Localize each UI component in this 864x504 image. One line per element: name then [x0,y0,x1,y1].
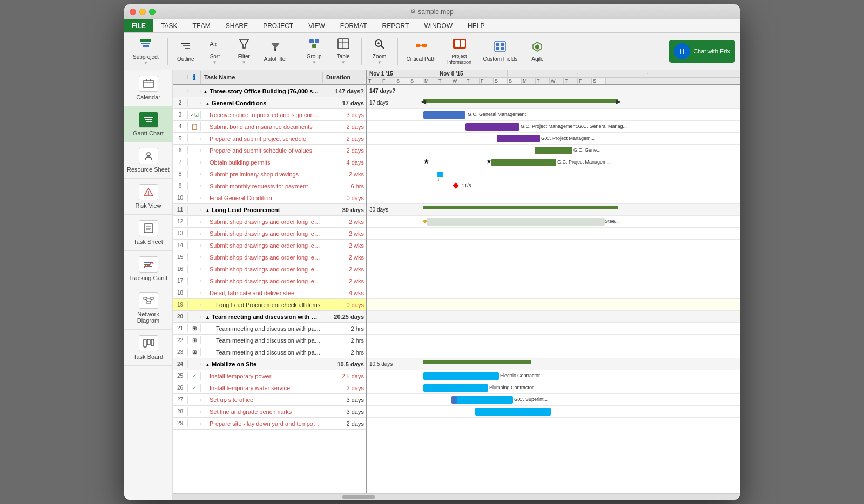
table-row[interactable]: 7 Obtain building permits 4 days [173,156,366,168]
gantt-row: Electric Contractor [367,370,740,382]
table-row[interactable]: 16 Submit shop drawings and order long l… [173,263,366,275]
minimize-button[interactable] [139,9,146,15]
table-row[interactable]: 26 ✓ Install temporary water service 2 d… [173,382,366,394]
sidebar-item-network-diagram[interactable]: Network Diagram [124,287,172,330]
svg-rect-0 [140,39,151,42]
sidebar-item-resource-sheet[interactable]: Resource Sheet [124,142,172,179]
gantt-row: G.C. General Management [367,109,740,121]
toolbar-group[interactable]: Group ▼ [301,36,328,67]
gantt-label: Gantt Chart [133,130,164,137]
gantt-row: 11/5 [367,180,740,192]
menu-view[interactable]: VIEW [301,19,333,32]
table-icon [337,38,350,52]
gantt-area[interactable]: Nov 1 '15 Nov 8 '15 T F S S [367,70,740,493]
svg-rect-12 [312,44,316,48]
task-sheet-label: Task Sheet [133,239,163,245]
svg-rect-57 [151,339,154,346]
svg-marker-7 [240,40,248,48]
menu-share[interactable]: SHARE [218,19,255,32]
svg-rect-28 [501,43,504,46]
col-taskname-header: Task Name [201,72,323,83]
table-row[interactable]: 23 ⊞ Team meeting and discussion with pa… [173,346,366,358]
sidebar-item-gantt[interactable]: Gantt Chart [124,106,172,142]
toolbar-sort[interactable]: A↕ Sort ▼ [201,36,228,67]
gantt-row [367,346,740,358]
toolbar-project-info[interactable]: ProjectInformation [442,36,477,67]
horizontal-scrollbar[interactable] [173,493,740,500]
zoom-icon [373,38,386,52]
toolbar-outline[interactable]: Outline [172,38,199,65]
sidebar-item-calendar[interactable]: Calendar [124,70,172,106]
menu-team[interactable]: TEAM [185,19,218,32]
table-row[interactable]: 21 ⊞ Team meeting and discussion with pa… [173,323,366,335]
table-row[interactable]: 8 Submit preliminary shop drawings 2 wks [173,168,366,180]
svg-rect-29 [496,47,500,50]
network-diagram-icon [139,292,158,309]
table-row[interactable]: 15 Submit shop drawings and order long l… [173,251,366,263]
toolbar-zoom[interactable]: Zoom ▼ [366,36,393,67]
resource-sheet-icon [139,148,158,164]
window-controls[interactable] [130,9,156,15]
sidebar-item-task-board[interactable]: Task Board [124,330,172,366]
table-row[interactable]: 19 Long Lead Procurement check all items… [173,299,366,311]
toolbar-filter[interactable]: Filter ▼ [231,36,258,67]
menu-help[interactable]: HELP [460,19,492,32]
separator2 [296,38,296,65]
menu-window[interactable]: WINDOW [416,19,460,32]
gantt-row: Stee... [367,216,740,228]
sort-icon: A↕ [208,38,221,52]
toolbar-table[interactable]: Table ▼ [330,36,357,67]
table-row[interactable]: 13 Submit shop drawings and order long l… [173,228,366,240]
table-row[interactable]: ▲ Three-story Office Building (76,000 sq… [173,85,366,97]
table-row[interactable]: 9 Submit monthly requests for payment 6 … [173,180,366,192]
table-row[interactable]: 2 ▲ General Conditions 17 days [173,97,366,109]
table-row[interactable]: 10 Final General Condition 0 days [173,192,366,204]
gantt-header: Nov 1 '15 Nov 8 '15 T F S S [367,70,740,85]
chat-button[interactable]: ⏸ Chat with Erix [669,40,735,63]
toolbar-subproject[interactable]: Subproject ▼ [129,35,163,68]
svg-rect-56 [147,339,150,345]
menu-format[interactable]: FORMAT [333,19,375,32]
table-row[interactable]: 12 Submit shop drawings and order long l… [173,216,366,228]
sidebar-item-task-sheet[interactable]: Task Sheet [124,215,172,251]
svg-rect-2 [143,45,149,47]
zoom-label: Zoom [373,53,387,60]
menu-report[interactable]: REPORT [375,19,417,32]
svg-rect-30 [501,47,504,50]
group-label: Group [307,53,322,60]
toolbar: Subproject ▼ Outline A↕ Sort ▼ [124,33,740,71]
table-row[interactable]: 11 ▲ Long Lead Procurement 30 days [173,204,366,216]
gantt-row [367,323,740,335]
sidebar-item-risk-view[interactable]: Risk View [124,179,172,215]
table-row[interactable]: 25 ✓ Install temporary power 2.5 days [173,370,366,382]
toolbar-critical-path[interactable]: Critical Path [402,38,440,65]
table-row[interactable]: 22 ⊞ Team meeting and discussion with pa… [173,335,366,346]
table-row[interactable]: 18 Detail, fabricate and deliver steel 4… [173,287,366,299]
table-row[interactable]: 28 Set line and grade benchmarks 3 days [173,406,366,418]
table-row[interactable]: 24 ▲ Mobilize on Site 10.5 days [173,358,366,370]
toolbar-agile[interactable]: Agile [524,38,551,65]
table-row[interactable]: 20 ▲ Team meeting and discussion with pa… [173,311,366,323]
table-row[interactable]: 6 Prepare and submit schedule of values … [173,145,366,156]
group-icon [308,38,321,52]
table-row[interactable]: 14 Submit shop drawings and order long l… [173,240,366,251]
gantt-row: 147 days? [367,85,740,97]
table-row[interactable]: 27 Set up site office 3 days [173,394,366,406]
menu-project[interactable]: PROJECT [255,19,301,32]
svg-text:A↕: A↕ [210,40,217,48]
toolbar-custom-fields[interactable]: Custom Fields [479,38,522,65]
task-grid: ℹ Task Name Duration ▲ Three-story Offic… [173,70,367,493]
close-button[interactable] [130,9,136,15]
maximize-button[interactable] [149,9,156,15]
table-row[interactable]: 5 Prepare and submit project schedule 2 … [173,133,366,145]
toolbar-autofilter[interactable]: ▼ AutoFilter [260,38,292,65]
table-row[interactable]: 17 Submit shop drawings and order long l… [173,275,366,287]
table-row[interactable]: 29 Prepare site - lay down yard and temp… [173,418,366,430]
menu-task[interactable]: TASK [153,19,185,32]
svg-rect-24 [455,40,460,47]
subproject-icon [139,37,152,53]
table-row[interactable]: 4 📋 Submit bond and insurance documents … [173,121,366,133]
table-row[interactable]: 3 ✓☑ Receive notice to proceed and sign … [173,109,366,121]
sidebar-item-tracking-gantt[interactable]: Tracking Gantt [124,251,172,287]
menu-file[interactable]: FILE [124,19,153,32]
